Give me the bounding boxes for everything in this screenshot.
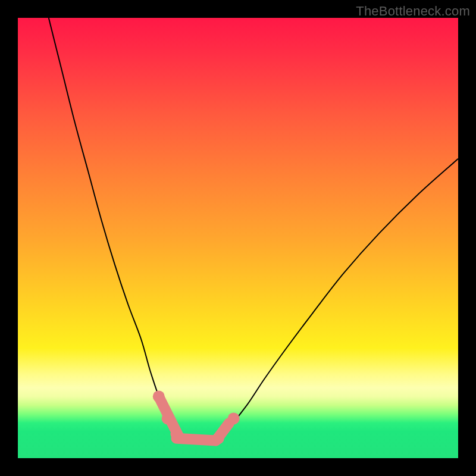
pink-dot-4 bbox=[212, 433, 224, 444]
chart-plot-area bbox=[18, 18, 458, 458]
pink-thick-floor bbox=[176, 439, 216, 441]
pink-dot-2 bbox=[162, 412, 174, 424]
chart-frame: TheBottleneck.com bbox=[0, 0, 476, 476]
pink-dot-1 bbox=[153, 390, 165, 402]
curve-group bbox=[49, 18, 458, 443]
chart-svg bbox=[18, 18, 458, 458]
pink-dot-3 bbox=[170, 428, 182, 440]
watermark-text: TheBottleneck.com bbox=[356, 4, 470, 19]
left-curve bbox=[49, 18, 185, 440]
right-curve bbox=[216, 159, 458, 441]
marker-group bbox=[153, 390, 240, 444]
pink-dot-5 bbox=[228, 412, 240, 424]
